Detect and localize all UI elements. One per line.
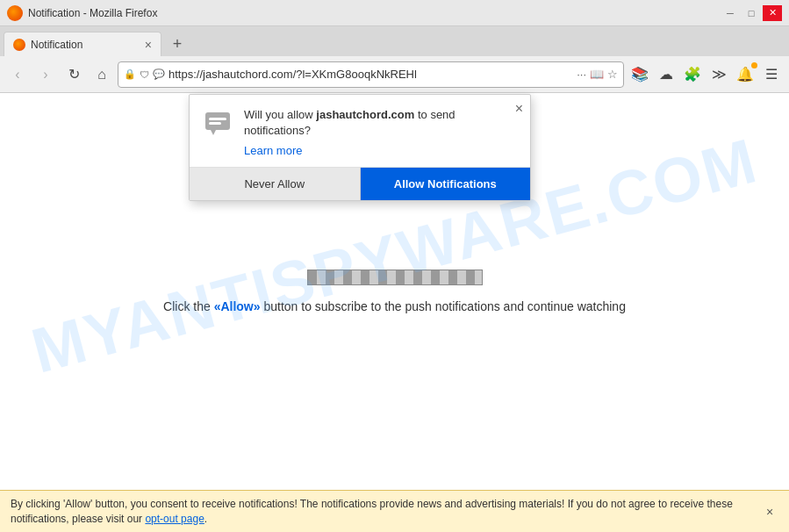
camera-icon: 💬 [153,68,165,80]
extensions-button[interactable]: ≫ [707,62,731,87]
url-more-button[interactable]: ··· [577,68,586,81]
popup-domain: jashautchord.com [316,108,414,121]
popup-message: Will you allow jashautchord.com to send … [244,107,518,139]
tabbar: Notification × + [0,26,789,56]
forward-button[interactable]: › [33,62,58,87]
close-window-button[interactable]: ✕ [763,5,782,21]
bell-badge-dot [751,62,757,68]
popup-text-area: Will you allow jashautchord.com to send … [244,107,518,158]
back-button[interactable]: ‹ [5,62,30,87]
library-button[interactable]: 📚 [628,62,652,87]
notification-bell-container: 🔔 [733,62,757,87]
svg-rect-3 [209,122,221,125]
page-instruction: Click the «Allow» button to subscribe to… [163,299,626,313]
progress-bar [307,270,483,285]
svg-rect-2 [209,118,226,120]
navbar: ‹ › ↻ ⌂ 🔒 🛡 💬 https://jashautchord.com/?… [0,56,789,93]
security-icon: 🔒 [124,68,136,80]
browser-tab[interactable]: Notification × [4,32,161,56]
window-title: Notification - Mozilla Firefox [28,7,157,19]
firefox-logo-icon [7,5,23,21]
titlebar-controls: ─ □ ✕ [721,5,782,21]
bottom-bar-message: By clicking 'Allow' button, you consent … [11,498,733,525]
maximize-button[interactable]: □ [742,5,761,21]
minimize-button[interactable]: ─ [721,5,740,21]
popup-message-prefix: Will you allow [244,108,316,121]
popup-chat-icon [202,107,233,139]
titlebar-left: Notification - Mozilla Firefox [7,5,157,21]
menu-button[interactable]: ☰ [759,62,784,87]
sync-button[interactable]: ☁ [654,62,678,87]
popup-body: Will you allow jashautchord.com to send … [190,95,530,167]
allow-notifications-button[interactable]: Allow Notifications [361,168,531,200]
nav-extra-buttons: 📚 ☁ 🧩 ≫ 🔔 ☰ [628,62,784,87]
svg-marker-1 [211,130,216,135]
bottom-bar-close-button[interactable]: × [761,503,778,521]
bookmark-icon[interactable]: ☆ [607,68,618,81]
titlebar: Notification - Mozilla Firefox ─ □ ✕ [0,0,789,26]
url-actions: ··· 📖 ☆ [577,68,618,81]
opt-out-link[interactable]: opt-out page [145,513,204,525]
new-tab-button[interactable]: + [165,32,190,56]
tab-favicon-icon [13,39,25,51]
url-bar[interactable]: 🔒 🛡 💬 https://jashautchord.com/?l=XKmG8o… [118,61,624,88]
svg-rect-0 [205,112,230,130]
tab-label: Notification [31,39,140,51]
home-button[interactable]: ⌂ [90,62,114,87]
bottom-bar-text-end: . [204,513,207,525]
popup-close-button[interactable]: × [515,102,523,116]
shield-icon: 🛡 [140,69,149,80]
allow-highlight: «Allow» [214,299,261,313]
reload-button[interactable]: ↻ [61,62,86,87]
notification-popup: Will you allow jashautchord.com to send … [189,94,531,201]
reader-mode-icon: 📖 [590,68,604,81]
url-text: https://jashautchord.com/?l=XKmG8ooqkNkR… [169,68,573,81]
popup-learn-more-link[interactable]: Learn more [244,144,302,157]
addons-button[interactable]: 🧩 [680,62,705,87]
bottom-notification-bar: By clicking 'Allow' button, you consent … [0,490,789,532]
popup-actions: Never Allow Allow Notifications [190,167,530,200]
tab-close-button[interactable]: × [145,39,152,51]
bottom-bar-text: By clicking 'Allow' button, you consent … [11,497,754,527]
never-allow-button[interactable]: Never Allow [190,168,361,200]
